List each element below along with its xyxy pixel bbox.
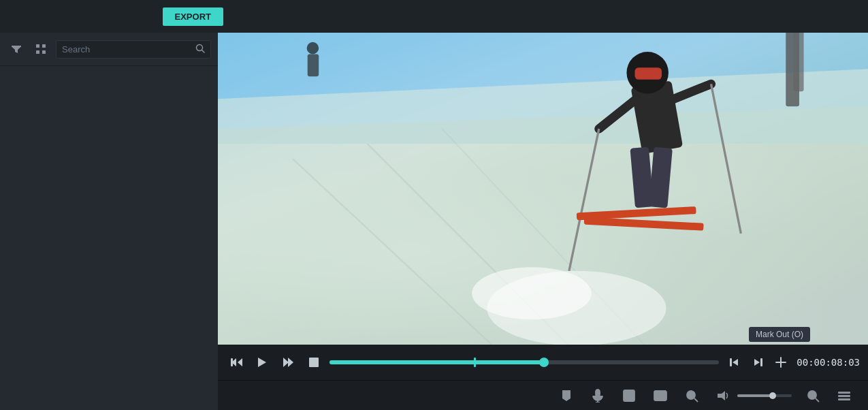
svg-point-13: [472, 267, 592, 319]
left-panel-toolbar: [0, 33, 218, 66]
top-bar: EXPORT: [0, 0, 868, 33]
svg-rect-59: [838, 395, 850, 397]
mark-out-button[interactable]: [748, 352, 768, 373]
export-button[interactable]: EXPORT: [163, 7, 223, 26]
svg-rect-60: [838, 398, 850, 400]
progress-bar[interactable]: [329, 360, 719, 364]
svg-marker-33: [283, 358, 289, 367]
mic-button[interactable]: [588, 385, 608, 406]
marker-button[interactable]: [556, 385, 577, 406]
search-input[interactable]: [62, 44, 195, 54]
add-to-timeline-button[interactable]: [771, 352, 791, 373]
zoom-in-button[interactable]: [803, 385, 823, 406]
svg-marker-34: [288, 358, 293, 367]
main-area: 00:00:08:03 Mark Out (O): [0, 33, 868, 410]
svg-rect-0: [36, 44, 39, 48]
zoom-out-button[interactable]: [681, 385, 702, 406]
svg-rect-58: [838, 392, 850, 394]
volume-button[interactable]: [713, 385, 733, 406]
play-button[interactable]: [252, 352, 272, 373]
svg-marker-40: [562, 390, 570, 401]
svg-rect-3: [42, 50, 46, 54]
svg-rect-36: [730, 358, 732, 366]
svg-marker-37: [733, 359, 738, 366]
left-panel: [0, 33, 218, 410]
search-box: [56, 40, 211, 59]
svg-line-57: [816, 398, 819, 402]
svg-line-52: [694, 398, 698, 402]
svg-marker-53: [718, 391, 725, 400]
video-viewport: [218, 33, 868, 345]
svg-rect-28: [793, 33, 803, 91]
search-submit-button[interactable]: [195, 44, 205, 55]
svg-marker-32: [258, 358, 266, 367]
volume-slider[interactable]: [737, 394, 792, 397]
stop-button[interactable]: [304, 352, 324, 373]
pip-button[interactable]: [650, 385, 671, 406]
svg-point-26: [307, 42, 319, 54]
svg-rect-49: [660, 396, 666, 400]
script-button[interactable]: [619, 385, 639, 406]
play-forward-button[interactable]: [278, 352, 298, 373]
svg-rect-1: [42, 44, 46, 48]
svg-rect-30: [231, 358, 233, 366]
ski-scene: [218, 33, 868, 345]
volume-fill: [737, 394, 773, 397]
mark-in-button[interactable]: [724, 352, 745, 373]
svg-line-5: [202, 50, 205, 52]
svg-rect-16: [635, 67, 662, 80]
volume-handle[interactable]: [769, 392, 776, 399]
mark-in-point: [474, 358, 476, 367]
svg-rect-2: [36, 50, 39, 54]
progress-handle[interactable]: [539, 358, 549, 367]
time-display: 00:00:08:03: [797, 357, 860, 368]
volume-slider-container: [713, 385, 792, 406]
skier-illustration: [218, 33, 868, 345]
left-panel-content: [0, 66, 218, 410]
right-controls: [724, 352, 791, 373]
skip-back-button[interactable]: [226, 352, 246, 373]
svg-rect-35: [309, 358, 319, 367]
svg-marker-38: [754, 359, 760, 366]
svg-rect-39: [760, 358, 762, 366]
video-controls: 00:00:08:03 Mark Out (O): [218, 345, 868, 380]
bottom-toolbar: [218, 380, 868, 410]
top-bar-left: EXPORT: [5, 7, 223, 26]
more-options-button[interactable]: [834, 385, 854, 406]
grid-view-button[interactable]: [31, 40, 50, 59]
svg-rect-25: [308, 54, 319, 76]
svg-marker-31: [238, 358, 242, 366]
svg-rect-41: [596, 390, 600, 396]
video-area: 00:00:08:03 Mark Out (O): [218, 33, 868, 410]
filter-button[interactable]: [7, 40, 26, 59]
progress-bar-fill: [329, 360, 544, 364]
